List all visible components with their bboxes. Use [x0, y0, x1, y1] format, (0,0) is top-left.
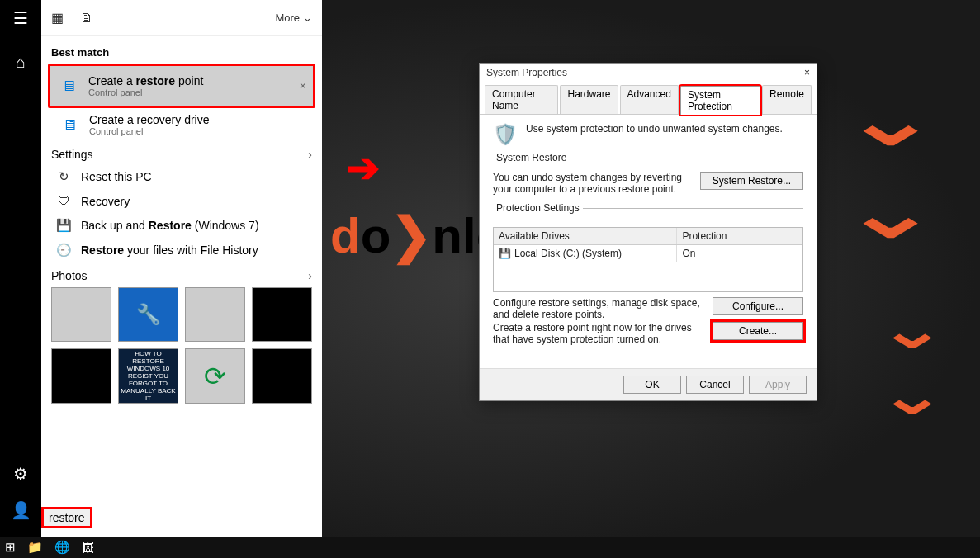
setting-file-history[interactable]: 🕘 Restore your files with File History — [51, 238, 312, 262]
setting-label: Reset this PC — [81, 170, 152, 183]
taskbar: ⊞ 📁 🌐 🖼 — [0, 537, 980, 558]
setting-label: Recovery — [81, 195, 130, 208]
wallpaper-chevron-small-icon: ⌄⌄ — [878, 297, 947, 429]
dialog-button-row: OK Cancel Apply — [480, 368, 817, 400]
photo-thumb[interactable]: 🔧 — [118, 287, 178, 342]
best-match-heading: Best match — [51, 46, 312, 59]
wallpaper-chevron-icon: ⌄⌄ — [842, 74, 939, 259]
table-header: Available Drives Protection — [494, 228, 802, 245]
intro-text: Use system protection to undo unwanted s… — [526, 123, 783, 135]
configure-button[interactable]: Configure... — [713, 297, 803, 315]
document-icon[interactable]: 🗎 — [80, 11, 93, 26]
photo-thumb[interactable]: ⟳ — [185, 348, 245, 403]
disk-icon: 💾 — [54, 218, 73, 233]
disk-icon: 💾 — [499, 248, 511, 259]
shield-icon: 🛡 — [54, 194, 73, 208]
setting-label: Back up and Restore (Windows 7) — [81, 219, 259, 232]
configure-text: Configure restore settings, manage disk … — [493, 297, 704, 320]
start-edge-bar: ☰ ⌂ ⚙ 👤 — [0, 0, 41, 537]
chevron-down-icon: ⌄ — [303, 12, 312, 24]
photo-thumb[interactable]: HOW TO RESTORE WINDOWS 10 REGIST YOU FOR… — [118, 348, 178, 403]
photo-thumb[interactable] — [252, 287, 312, 342]
system-restore-button[interactable]: System Restore... — [700, 172, 803, 190]
result-create-restore-point[interactable]: 🖥 Create a restore point Control panel × — [48, 64, 315, 108]
group-legend: Protection Settings — [493, 202, 583, 214]
tab-hardware[interactable]: Hardware — [560, 85, 618, 114]
hamburger-icon[interactable]: ☰ — [13, 8, 28, 28]
setting-backup-restore[interactable]: 💾 Back up and Restore (Windows 7) — [51, 213, 312, 238]
photo-thumb[interactable] — [51, 287, 111, 342]
search-box-area: restore — [41, 500, 322, 537]
result-title: Create a restore point — [88, 74, 291, 87]
tabs-bar: Computer Name Hardware Advanced System P… — [480, 85, 817, 115]
setting-label: Restore your files with File History — [81, 244, 258, 257]
system-restore-group: System Restore You can undo system chang… — [493, 158, 803, 195]
photos-heading: Photos — [51, 269, 88, 282]
monitor-icon: 🖥 — [58, 113, 81, 136]
settings-category[interactable]: Settings › — [51, 148, 312, 161]
search-input[interactable]: restore — [41, 507, 92, 528]
app-icon[interactable]: 🖼 — [82, 541, 94, 555]
window-titlebar: System Properties × — [480, 64, 817, 82]
photo-thumb[interactable] — [252, 348, 312, 403]
more-dropdown[interactable]: More ⌄ — [275, 12, 312, 24]
setting-reset-this-pc[interactable]: ↻ Reset this PC — [51, 164, 312, 189]
window-title: System Properties — [486, 67, 567, 78]
reset-icon: ↻ — [54, 169, 73, 184]
drive-status: On — [677, 245, 802, 262]
ok-button[interactable]: OK — [623, 376, 681, 394]
col-protection: Protection — [677, 228, 802, 244]
tab-advanced[interactable]: Advanced — [620, 85, 679, 114]
table-row[interactable]: 💾Local Disk (C:) (System) On — [494, 245, 802, 262]
cancel-button[interactable]: Cancel — [686, 376, 744, 394]
protection-settings-group: Protection Settings Available Drives Pro… — [493, 208, 803, 345]
restore-text: You can undo system changes by reverting… — [493, 172, 692, 195]
intro-row: 🛡️ Use system protection to undo unwante… — [493, 123, 803, 146]
home-icon[interactable]: ⌂ — [16, 53, 26, 72]
chevron-right-icon: › — [308, 269, 312, 282]
more-label: More — [275, 12, 300, 24]
monitor-icon: 🖥 — [57, 74, 80, 97]
history-icon: 🕘 — [54, 243, 73, 258]
apply-button: Apply — [749, 376, 807, 394]
drive-name: Local Disk (C:) (System) — [514, 248, 622, 259]
result-subtitle: Control panel — [88, 87, 291, 97]
create-text: Create a restore point right now for the… — [493, 322, 704, 345]
apps-icon[interactable]: ▦ — [51, 10, 64, 26]
photo-thumb[interactable] — [185, 287, 245, 342]
col-drives: Available Drives — [494, 228, 677, 244]
gear-icon[interactable]: ⚙ — [13, 464, 28, 484]
result-subtitle: Control panel — [89, 126, 305, 136]
annotation-arrow: ➔ — [347, 144, 380, 191]
setting-recovery[interactable]: 🛡 Recovery — [51, 189, 312, 213]
user-icon[interactable]: 👤 — [11, 500, 31, 520]
photos-grid: 🔧 HOW TO RESTORE WINDOWS 10 REGIST YOU F… — [51, 287, 312, 404]
start-search-panel: ▦ 🗎 More ⌄ Best match 🖥 Create a restore… — [41, 0, 322, 537]
result-title: Create a recovery drive — [89, 113, 305, 126]
tab-remote[interactable]: Remote — [762, 85, 812, 114]
search-results-body: Best match 🖥 Create a restore point Cont… — [41, 36, 322, 500]
photo-thumb[interactable] — [51, 348, 111, 403]
tab-system-protection[interactable]: System Protection — [680, 86, 760, 115]
drives-table: Available Drives Protection 💾Local Disk … — [493, 227, 803, 292]
protection-shield-icon: 🛡️ — [493, 123, 518, 146]
photos-category[interactable]: Photos › — [51, 269, 312, 282]
tab-computer-name[interactable]: Computer Name — [485, 85, 558, 114]
tab-body: 🛡️ Use system protection to undo unwante… — [480, 115, 817, 368]
chrome-icon[interactable]: 🌐 — [54, 540, 70, 555]
system-properties-window: System Properties × Computer Name Hardwa… — [479, 63, 817, 401]
result-create-recovery-drive[interactable]: 🖥 Create a recovery drive Control panel — [51, 108, 312, 141]
close-icon[interactable]: × — [804, 67, 810, 78]
group-legend: System Restore — [493, 152, 570, 163]
file-explorer-icon[interactable]: 📁 — [27, 540, 43, 555]
start-icon[interactable]: ⊞ — [5, 540, 16, 555]
start-top-bar: ▦ 🗎 More ⌄ — [41, 0, 322, 36]
settings-heading: Settings — [51, 148, 93, 161]
create-button[interactable]: Create... — [713, 322, 803, 340]
table-empty-space — [494, 262, 802, 291]
chevron-right-icon: › — [308, 148, 312, 161]
close-icon[interactable]: × — [300, 79, 306, 92]
